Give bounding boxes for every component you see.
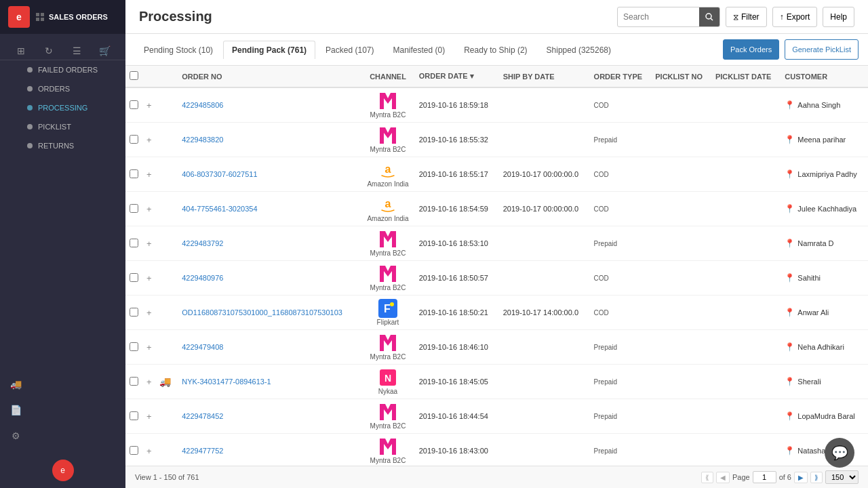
table-row: +4229483792 Myntra B2C 2019-10-16 18:53:…: [125, 226, 868, 261]
expand-button[interactable]: +: [146, 308, 157, 318]
table-row: +4229483820 Myntra B2C 2019-10-16 18:55:…: [125, 123, 868, 157]
filter-button[interactable]: ⧖ Filter: [726, 7, 767, 27]
help-button[interactable]: Help: [823, 7, 854, 27]
channel-logo: Myntra B2C: [365, 92, 410, 119]
customer-name: Sherali: [797, 378, 821, 386]
expand-button[interactable]: +: [146, 100, 157, 110]
ship-by-date: 2019-10-17 14:00:00.0: [503, 308, 578, 317]
channel-logo: N Nykaa: [365, 368, 410, 395]
ship-by-date: 2019-10-17 00:00:00.0: [503, 205, 578, 213]
pin-icon: 📍: [785, 169, 795, 179]
first-page-btn[interactable]: ⟪: [701, 472, 713, 483]
col-channel: CHANNEL: [361, 66, 414, 87]
sidebar-item-document[interactable]: 📄: [0, 397, 125, 423]
order-number[interactable]: 4229483820: [182, 136, 223, 144]
pin-icon: 📍: [785, 342, 795, 352]
svg-text:a: a: [385, 198, 391, 209]
channel-name: Nykaa: [378, 388, 397, 395]
row-checkbox[interactable]: [130, 377, 138, 386]
expand-button[interactable]: +: [146, 204, 157, 214]
row-checkbox[interactable]: [130, 411, 138, 420]
order-number[interactable]: 404-7755461-3020354: [182, 205, 257, 213]
tab-ready-to-ship[interactable]: Ready to Ship (2): [455, 41, 536, 59]
channel-logo: Myntra B2C: [365, 437, 410, 464]
order-date: 2019-10-16 18:53:10: [419, 239, 488, 247]
sidebar-item-processing[interactable]: PROCESSING: [0, 98, 125, 117]
row-checkbox[interactable]: [130, 204, 138, 213]
row-checkbox[interactable]: [130, 273, 138, 282]
truck-icon: 🚚: [159, 376, 171, 387]
sidebar-item-settings[interactable]: ⚙: [0, 423, 125, 449]
row-checkbox[interactable]: [130, 100, 138, 109]
customer-cell: 📍 Neha Adhikari: [785, 342, 864, 352]
row-checkbox[interactable]: [130, 239, 138, 247]
col-order-date[interactable]: ORDER DATE ▾: [415, 66, 499, 87]
sidebar-item-picklist[interactable]: PICKLIST: [0, 117, 125, 136]
row-checkbox[interactable]: [130, 135, 138, 144]
row-checkbox[interactable]: [130, 169, 138, 178]
svg-text:F: F: [384, 303, 391, 314]
dot-icon: [27, 124, 33, 129]
order-number[interactable]: NYK-34031477-0894613-1: [182, 378, 271, 386]
expand-button[interactable]: +: [146, 411, 157, 422]
order-number[interactable]: 4229480976: [182, 274, 223, 282]
next-page-btn[interactable]: ▶: [794, 472, 808, 483]
order-number[interactable]: OD116808731075301000_11680873107530103: [182, 308, 342, 317]
pack-orders-button[interactable]: Pack Orders: [723, 39, 779, 60]
order-number[interactable]: 4229478452: [182, 412, 223, 420]
per-page-select[interactable]: 150 50 100 200: [825, 470, 859, 484]
expand-button[interactable]: +: [146, 135, 157, 145]
tab-pending-stock[interactable]: Pending Stock (10): [135, 41, 222, 59]
sidebar-item-returns[interactable]: RETURNS: [0, 136, 125, 155]
customer-name: LopaMudra Baral: [797, 412, 854, 420]
list-icon[interactable]: ☰: [71, 45, 83, 57]
customer-cell: 📍 Namrata D: [785, 239, 864, 248]
sidebar-item-orders[interactable]: ORDERS: [0, 79, 125, 98]
channel-logo: a Amazon India: [365, 161, 410, 188]
search-input[interactable]: [618, 12, 699, 22]
expand-button[interactable]: +: [146, 273, 157, 283]
order-type: Prepaid: [594, 344, 617, 351]
expand-button[interactable]: +: [146, 377, 157, 387]
user-avatar[interactable]: e: [52, 460, 74, 481]
search-button[interactable]: [699, 7, 719, 27]
table-row: +4229477752 Myntra B2C 2019-10-16 18:43:…: [125, 434, 868, 466]
row-checkbox[interactable]: [130, 342, 138, 351]
channel-logo: Myntra B2C: [365, 333, 410, 361]
order-number[interactable]: 4229483792: [182, 239, 223, 247]
tabs-bar: Pending Stock (10) Pending Pack (761) Pa…: [125, 34, 868, 66]
channel-name: Amazon India: [367, 215, 408, 222]
expand-button[interactable]: +: [146, 342, 157, 352]
table-row: +404-7755461-3020354 a Amazon India 2019…: [125, 192, 868, 226]
prev-page-btn[interactable]: ◀: [716, 472, 730, 483]
expand-button[interactable]: +: [146, 446, 157, 456]
channel-logo: F Flipkart: [365, 299, 410, 326]
tab-packed[interactable]: Packed (107): [317, 41, 382, 59]
export-button[interactable]: ↑ Export: [772, 7, 818, 27]
order-number[interactable]: 4229477752: [182, 447, 223, 455]
chat-button[interactable]: 💬: [825, 438, 854, 468]
tab-pending-pack[interactable]: Pending Pack (761): [223, 41, 315, 59]
customer-cell: 📍 Meena parihar: [785, 135, 864, 144]
expand-button[interactable]: +: [146, 169, 157, 180]
row-checkbox[interactable]: [130, 446, 138, 455]
order-number[interactable]: 4229479408: [182, 343, 223, 351]
expand-button[interactable]: +: [146, 239, 157, 249]
cart-icon[interactable]: 🛒: [98, 45, 111, 57]
dashboard-icon[interactable]: ⊞: [15, 45, 27, 57]
table-row: +4229485806 Myntra B2C 2019-10-16 18:59:…: [125, 87, 868, 123]
table-footer: View 1 - 150 of 761 ⟪ ◀ Page of 6 ▶ ⟫ 15…: [125, 466, 868, 488]
tab-manifested[interactable]: Manifested (0): [384, 41, 454, 59]
sidebar-item-failed-orders[interactable]: FAILED ORDERS: [0, 60, 125, 79]
tab-shipped[interactable]: Shipped (325268): [538, 41, 620, 59]
sidebar-item-truck[interactable]: 🚚: [0, 371, 125, 397]
select-all-checkbox[interactable]: [130, 71, 138, 80]
order-number[interactable]: 406-8037307-6027511: [182, 170, 257, 178]
customer-name: Sahithi: [797, 274, 821, 282]
generate-picklist-button[interactable]: Generate PickList: [785, 39, 859, 60]
page-input[interactable]: [753, 471, 776, 483]
sync-icon[interactable]: ↻: [43, 45, 55, 57]
order-number[interactable]: 4229485806: [182, 101, 223, 109]
row-checkbox[interactable]: [130, 308, 138, 317]
last-page-btn[interactable]: ⟫: [810, 472, 823, 483]
